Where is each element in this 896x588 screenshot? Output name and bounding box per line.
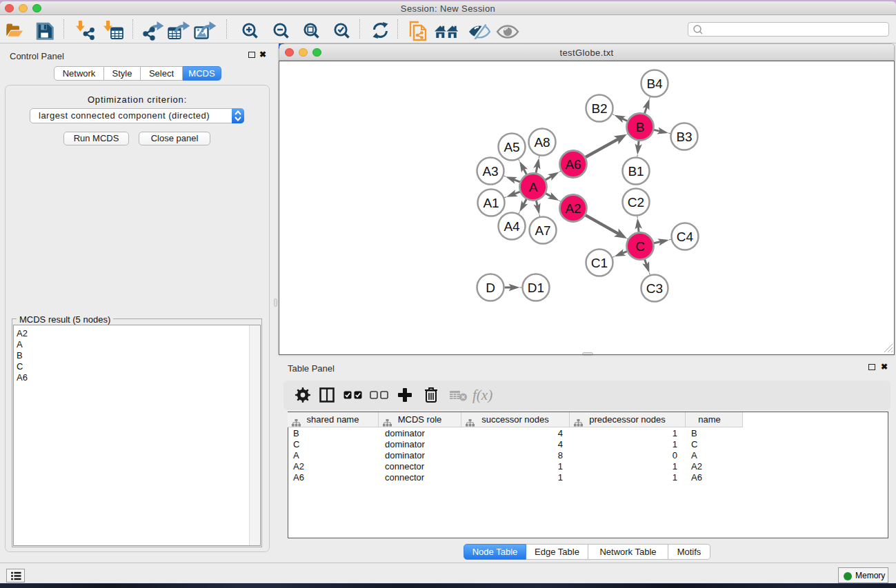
svg-text:B2: B2 [591, 101, 607, 116]
svg-text:A5: A5 [504, 140, 519, 154]
svg-text:A6: A6 [565, 157, 581, 172]
svg-text:A8: A8 [534, 135, 550, 150]
svg-text:A3: A3 [482, 164, 498, 179]
svg-text:C2: C2 [628, 195, 644, 210]
svg-text:A1: A1 [483, 196, 499, 210]
svg-text:C3: C3 [646, 281, 663, 296]
svg-text:C1: C1 [591, 256, 608, 270]
svg-text:A7: A7 [535, 223, 550, 238]
svg-text:A: A [529, 180, 538, 194]
svg-text:A2: A2 [565, 201, 581, 216]
svg-text:A4: A4 [504, 219, 520, 234]
svg-text:C: C [635, 239, 645, 254]
svg-text:B4: B4 [646, 77, 663, 91]
svg-text:D: D [486, 281, 495, 295]
svg-text:D1: D1 [528, 281, 544, 295]
svg-text:B1: B1 [628, 164, 644, 179]
svg-text:C4: C4 [677, 230, 694, 244]
svg-text:B: B [636, 120, 645, 134]
svg-text:B3: B3 [676, 130, 692, 144]
